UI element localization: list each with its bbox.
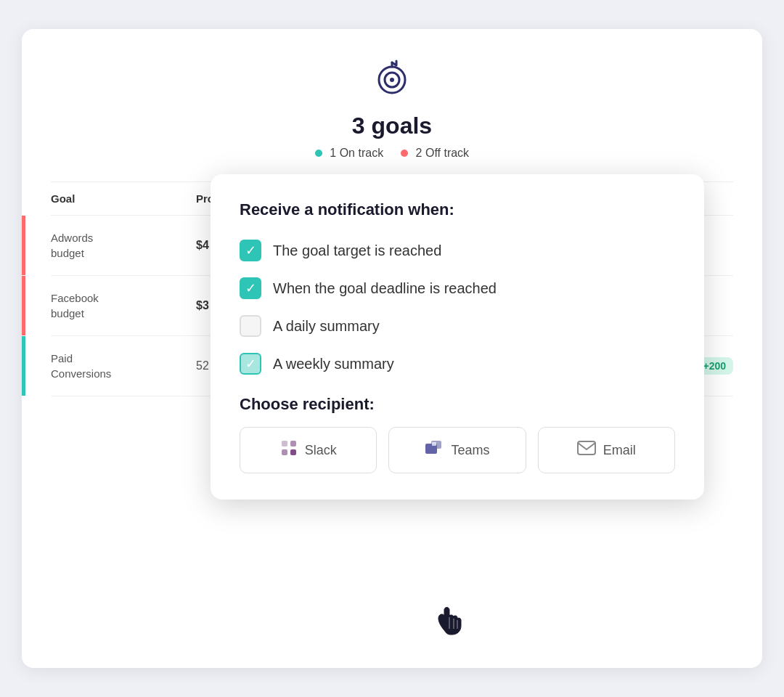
goal-name: Facebookbudget [51, 290, 196, 321]
notification-popup: Receive a notification when: ✓ The goal … [211, 174, 704, 500]
goal-name: Adwordsbudget [51, 230, 196, 261]
on-track-label: 1 On track [330, 147, 383, 159]
off-track-dot [401, 150, 408, 157]
checkbox-item[interactable]: ✓ The goal target is reached [240, 240, 675, 261]
goals-count: 3 goals [51, 113, 733, 139]
recipient-buttons: Slack Teams Email [240, 427, 675, 473]
checkbox-partial[interactable]: ✓ [240, 353, 261, 375]
checkbox-unchecked[interactable] [240, 315, 261, 337]
goals-icon [51, 58, 733, 107]
svg-rect-7 [282, 441, 287, 447]
off-track-status: 2 Off track [401, 147, 469, 160]
slack-icon [280, 439, 298, 461]
checkbox-label: When the goal deadline is reached [273, 280, 497, 297]
checkbox-item[interactable]: ✓ A weekly summary [240, 353, 675, 375]
svg-rect-13 [432, 442, 436, 446]
teams-button[interactable]: Teams [388, 427, 526, 473]
slack-label: Slack [305, 443, 337, 458]
on-track-dot [315, 150, 322, 157]
email-label: Email [603, 443, 636, 458]
email-button[interactable]: Email [538, 427, 675, 473]
svg-rect-10 [290, 449, 296, 455]
row-indicator-red [22, 216, 25, 275]
checkbox-checked[interactable]: ✓ [240, 240, 261, 261]
goal-name: PaidConversions [51, 351, 196, 381]
goals-status: 1 On track 2 Off track [51, 147, 733, 160]
checkbox-checked[interactable]: ✓ [240, 277, 261, 299]
svg-point-2 [390, 78, 394, 82]
popup-title: Receive a notification when: [240, 200, 675, 219]
svg-rect-9 [282, 449, 287, 455]
row-indicator-red [22, 276, 25, 335]
email-icon [577, 440, 596, 460]
goals-header: 3 goals 1 On track 2 Off track [51, 58, 733, 160]
row-indicator-green [22, 336, 25, 396]
col-goal-header: Goal [51, 192, 196, 205]
teams-label: Teams [451, 443, 489, 458]
recipient-title: Choose recipient: [240, 395, 675, 414]
checkbox-label: A weekly summary [273, 356, 394, 372]
checkbox-label: A daily summary [273, 318, 380, 335]
off-track-label: 2 Off track [416, 147, 470, 159]
teams-icon [425, 439, 444, 461]
checkbox-label: The goal target is reached [273, 242, 441, 259]
slack-button[interactable]: Slack [240, 427, 377, 473]
svg-rect-14 [578, 441, 595, 455]
on-track-status: 1 On track [315, 147, 383, 160]
checkbox-item[interactable]: A daily summary [240, 315, 675, 337]
checkbox-item[interactable]: ✓ When the goal deadline is reached [240, 277, 675, 299]
svg-rect-8 [290, 441, 296, 447]
